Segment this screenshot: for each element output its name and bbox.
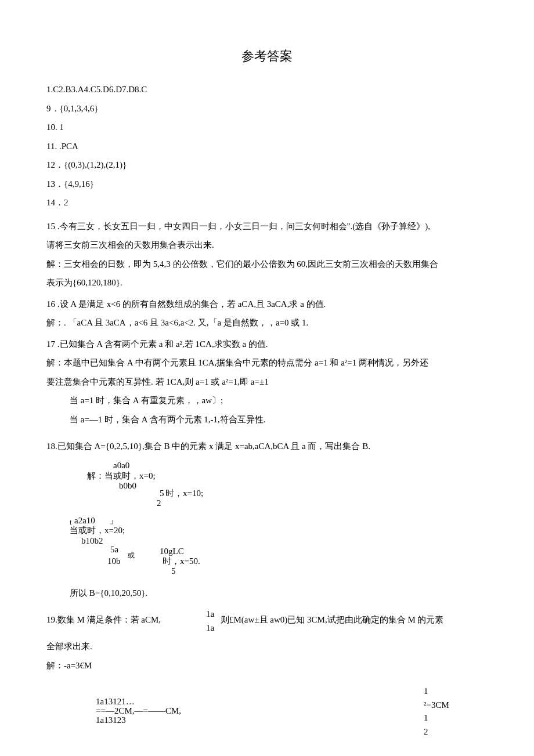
q18-10b: 10b: [107, 555, 121, 568]
q15-line-4: 表示为{60,120,180}.: [46, 276, 488, 290]
q19-line-1b: 则£M(aw±且 aw0)已知 3CM,试把由此确定的集合 M 的元素: [221, 613, 443, 627]
q19-1a-bot: 1a: [206, 621, 214, 635]
page: 参考答案 1.C2.B3.A4.C5.D6.D7.D8.C 9．{0,1,3,4…: [0, 0, 534, 756]
q19-block: 19.数集 M 满足条件：若 aCM, 1a 则£M(aw±且 aw0)已知 3…: [46, 605, 488, 634]
answers-1-8: 1.C2.B3.A4.C5.D6.D7.D8.C: [46, 83, 488, 96]
q19-line-3: 解：-a=3€M: [46, 659, 488, 672]
q17-line-1: 17 .已知集合 A 含有两个元素 a 和 a²,若 1CA,求实数 a 的值.: [46, 338, 488, 351]
q15-line-3: 解：三女相会的日数，即为 5,4,3 的公倍数，它们的最小公倍数为 60,因此三…: [46, 258, 488, 271]
q17-line-4: 当 a=1 时，集合 A 有重复元素，，aw〕;: [46, 394, 488, 407]
bottom-l3: 1a13123: [96, 714, 126, 727]
q17-line-3: 要注意集合中元素的互异性. 若 1CA,则 a=1 或 a²=1,即 a=±1: [46, 375, 488, 389]
q19-line-2: 全部求出来.: [46, 640, 488, 653]
q17-line-2: 解：本题中已知集合 A 中有两个元素且 1CA,据集合中元素的特点需分 a=1 …: [46, 356, 488, 370]
answer-11: 11. .PCA: [46, 140, 488, 153]
q18-b0b0: b0b0: [119, 479, 136, 493]
q18-block: a0a0 解：当或时，x=0; b0b0 5 时，x=10; 2 t a2a10…: [46, 459, 488, 581]
q18-x50: 时，x=50.: [163, 555, 200, 568]
q16-line-2: 解：. 「aCA 且 3aCA，a<6 且 3a<6,a<2. 又,「a 是自然…: [46, 316, 488, 330]
q17-line-5: 当 a=—1 时，集合 A 含有两个元素 1,-1,符合互异性.: [46, 413, 488, 426]
q15-line-2: 请将三女前三次相会的天数用集合表示出来.: [46, 238, 488, 252]
page-title: 参考答案: [46, 46, 488, 66]
q18-b10b2: b10b2: [81, 534, 103, 548]
q18-two: 2: [157, 497, 161, 510]
bottom-r3: 1: [424, 711, 428, 725]
q16-line-1: 16 .设 A 是满足 x<6 的所有自然数组成的集合，若 aCA,且 3aCA…: [46, 298, 488, 311]
answer-12: 12．{(0,3),(1,2),(2,1)}: [46, 158, 488, 172]
bottom-block: 1a13121… ==—2CM,—=——CM, 1a13123 1 ²=3CM …: [46, 678, 488, 736]
q18-5: 5: [171, 565, 176, 578]
q19-line-1a: 19.数集 M 满足条件：若 aCM,: [46, 613, 161, 627]
q19-1a-top: 1a: [206, 607, 214, 621]
answer-9: 9．{0,1,3,4,6}: [46, 102, 488, 115]
q18-x10: 时，x=10;: [165, 487, 203, 500]
answer-13: 13．{4,9,16}: [46, 178, 488, 191]
bottom-r2: ²=3CM: [424, 699, 449, 712]
q18-line-1: 18.已知集合 A={0,2,5,10},集合 B 中的元素 x 满足 x=ab…: [46, 440, 488, 453]
q18-huo: 或: [128, 550, 135, 560]
answer-14: 14．2: [46, 196, 488, 209]
answer-10: 10. 1: [46, 121, 488, 134]
bottom-r4: 2: [424, 725, 428, 739]
bottom-r1: 1: [424, 685, 428, 698]
q15-line-1: 15 .今有三女，长女五日一归，中女四日一归，小女三日一归，问三女何时相会".(…: [46, 220, 488, 233]
q18-result: 所以 B={0,10,20,50}.: [46, 587, 488, 600]
